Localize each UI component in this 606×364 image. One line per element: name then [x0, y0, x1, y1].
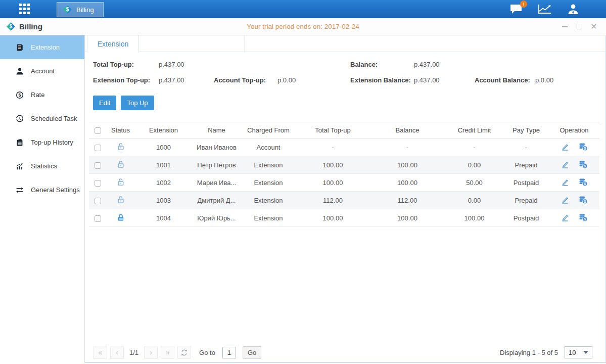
maximize-button[interactable]: [574, 22, 584, 32]
statistics-trend-icon[interactable]: [538, 4, 552, 15]
taskbar-tab-label: Billing: [76, 6, 94, 14]
cell-balance: 112.00: [369, 192, 445, 209]
sidebar-item-extension[interactable]: Extension: [0, 35, 84, 59]
cell-name: Петр Петров: [193, 156, 241, 174]
first-page-button[interactable]: «: [94, 346, 107, 359]
top-taskbar: $ Billing !: [0, 0, 606, 18]
tab-strip: Extension: [85, 35, 605, 52]
user-icon: [15, 67, 24, 75]
notebook-icon: [15, 139, 24, 147]
table-row: 1001 Петр Петров Extension 100.00 100.00…: [89, 156, 599, 174]
row-checkbox[interactable]: [95, 198, 101, 204]
sidebar-item-scheduled-task[interactable]: Scheduled Task: [0, 107, 84, 130]
edit-row-icon[interactable]: [561, 195, 570, 204]
tab-strip-spacer: [139, 35, 245, 52]
goto-label: Go to: [199, 349, 215, 356]
trial-notice: Your trial period ends on: 2017-02-24: [247, 23, 359, 30]
prev-page-button[interactable]: ‹: [110, 346, 124, 359]
sidebar-item-topup-history[interactable]: Top-up History: [0, 130, 84, 154]
top-up-row-icon[interactable]: $: [578, 177, 588, 187]
cell-extension: 1002: [134, 174, 193, 192]
cell-charged-from: Extension: [241, 209, 296, 227]
cell-name: Мария Ива...: [193, 174, 241, 192]
svg-text:$: $: [18, 93, 21, 98]
pagination-bar: « ‹ 1/1 › » Go to Go Displayi: [85, 346, 605, 359]
row-checkbox[interactable]: [95, 145, 101, 151]
cell-balance: -: [369, 139, 445, 156]
sidebar: Extension Account $ Rate: [0, 35, 85, 363]
chevron-down-icon: [583, 351, 588, 354]
lock-open-icon[interactable]: [116, 160, 125, 169]
row-checkbox[interactable]: [95, 215, 101, 222]
col-extension: Extension: [134, 122, 193, 139]
cell-pay-type: Prepaid: [503, 156, 549, 174]
lock-closed-icon[interactable]: [116, 213, 125, 222]
top-up-row-icon[interactable]: $: [578, 160, 588, 169]
balance-value: p.437.00: [414, 61, 440, 68]
bar-chart-icon: [15, 162, 24, 170]
top-up-row-icon[interactable]: $: [578, 195, 588, 204]
cell-total-topup: 100.00: [296, 156, 369, 174]
col-balance: Balance: [369, 122, 445, 139]
col-credit-limit: Credit Limit: [445, 122, 503, 139]
edit-row-icon[interactable]: [561, 213, 570, 222]
next-page-button[interactable]: ›: [144, 346, 158, 359]
row-checkbox[interactable]: [95, 180, 101, 187]
exchange-arrows-icon: [15, 186, 24, 194]
cell-name: Иван Иванов: [193, 139, 241, 156]
top-up-button[interactable]: Top Up: [121, 96, 154, 110]
cell-credit-limit: -: [445, 139, 503, 156]
sidebar-item-label: General Settings: [31, 186, 80, 194]
edit-row-icon[interactable]: [561, 142, 570, 151]
edit-button[interactable]: Edit: [93, 96, 116, 110]
user-account-icon[interactable]: [567, 4, 580, 15]
sidebar-item-general-settings[interactable]: General Settings: [0, 178, 84, 202]
page-indicator: 1/1: [129, 349, 138, 356]
cell-extension: 1004: [134, 209, 193, 227]
window-titlebar: $ Billing Your trial period ends on: 201…: [0, 18, 606, 35]
sidebar-item-account[interactable]: Account: [0, 59, 84, 83]
cell-balance: 100.00: [369, 209, 445, 227]
tab-extension[interactable]: Extension: [87, 35, 139, 53]
edit-row-icon[interactable]: [561, 177, 570, 187]
extension-balance-label: Extension Balance:: [350, 76, 411, 84]
sidebar-item-rate[interactable]: $ Rate: [0, 83, 84, 107]
top-up-row-icon[interactable]: $: [578, 213, 588, 222]
sidebar-item-label: Statistics: [31, 162, 57, 170]
extension-topup-label: Extension Top-up:: [93, 76, 150, 84]
sidebar-item-label: Account: [31, 67, 55, 75]
cell-credit-limit: 0.00: [445, 156, 503, 174]
last-page-button[interactable]: »: [161, 346, 174, 359]
cell-total-topup: -: [296, 139, 369, 156]
edit-row-icon[interactable]: [561, 160, 570, 169]
page-size-dropdown[interactable]: 10: [565, 346, 592, 358]
balance-label: Balance:: [350, 61, 378, 68]
col-pay-type: Pay Type: [503, 122, 549, 139]
cell-pay-type: Postpaid: [503, 209, 549, 227]
top-up-row-icon[interactable]: $: [578, 142, 588, 151]
close-button[interactable]: ✕: [589, 22, 599, 32]
minimize-button[interactable]: [560, 22, 570, 32]
select-all-checkbox[interactable]: [95, 127, 101, 134]
lock-open-icon[interactable]: [116, 177, 125, 187]
cell-total-topup: 100.00: [296, 209, 369, 227]
taskbar-tab-billing[interactable]: $ Billing: [57, 2, 104, 17]
displaying-range-text: Displaying 1 - 5 of 5: [500, 349, 558, 356]
col-charged-from: Charged From: [241, 122, 296, 139]
window-bottom-edge: [85, 362, 605, 363]
col-total-topup: Total Top-up: [296, 122, 369, 139]
sidebar-item-statistics[interactable]: Statistics: [0, 154, 84, 178]
lock-open-icon[interactable]: [116, 195, 125, 204]
account-topup-label: Account Top-up:: [214, 76, 266, 84]
messages-icon[interactable]: !: [510, 4, 523, 15]
row-checkbox[interactable]: [95, 162, 101, 169]
refresh-button[interactable]: [177, 346, 191, 359]
billing-app-icon: $: [7, 22, 15, 31]
app-launcher-grid-icon[interactable]: [19, 4, 34, 15]
lock-open-icon[interactable]: [116, 142, 125, 151]
go-button[interactable]: Go: [243, 346, 261, 359]
page-size-value: 10: [569, 349, 576, 356]
goto-page-input[interactable]: [222, 347, 236, 358]
cell-balance: 100.00: [369, 174, 445, 192]
table-row: 1004 Юрий Юрь... Extension 100.00 100.00…: [89, 209, 599, 227]
